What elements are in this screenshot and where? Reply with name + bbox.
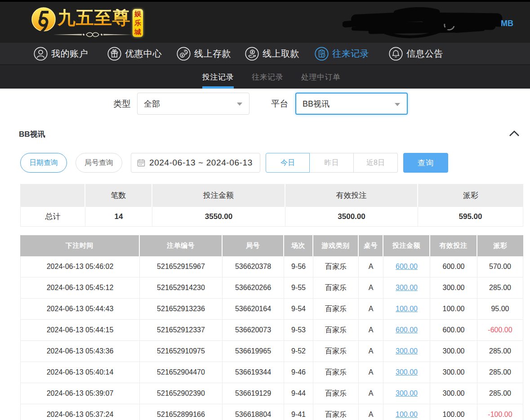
tab-label: 处理中订单 bbox=[301, 72, 341, 82]
cell-bet-amount-link[interactable]: 300.00 bbox=[383, 383, 430, 404]
cell-bet-amount-link[interactable]: 600.00 bbox=[383, 256, 430, 277]
main-content: 类型 全部 平台 BB视讯 BB视讯 日期查询 局号查询 2024-06-13 … bbox=[0, 89, 530, 420]
yesterday-button[interactable]: 昨日 bbox=[310, 153, 354, 173]
round-query-button[interactable]: 局号查询 bbox=[76, 153, 122, 173]
col-round-id: 局号 bbox=[223, 235, 284, 256]
cell-bet-id: 521652910975 bbox=[140, 341, 223, 362]
sub-tabs: 投注记录 往来记录 处理中订单 bbox=[0, 65, 530, 89]
cell-bet-amount-link[interactable]: 300.00 bbox=[383, 277, 430, 299]
cell-game-type: 百家乐 bbox=[313, 341, 359, 362]
tab-transaction-records[interactable]: 往来记录 bbox=[252, 65, 283, 89]
cell-bet-id: 521652902390 bbox=[140, 383, 223, 404]
summary-valid-bet-value: 3500.00 bbox=[285, 207, 418, 227]
cell-bet-amount-link[interactable]: 100.00 bbox=[383, 404, 430, 420]
bet-records-body: 2024-06-13 05:46:02 521652915967 5366203… bbox=[20, 256, 523, 420]
tab-betting-records[interactable]: 投注记录 bbox=[202, 65, 234, 89]
summary-header-bet-amount: 投注金额 bbox=[152, 184, 285, 207]
cell-round-id: 536620164 bbox=[223, 299, 284, 320]
cell-session: 9-53 bbox=[284, 320, 313, 341]
platform-select-value: BB视讯 bbox=[303, 98, 330, 109]
date-query-button[interactable]: 日期查询 bbox=[20, 153, 67, 173]
platform-select[interactable]: BB视讯 bbox=[295, 93, 408, 115]
col-payout: 派彩 bbox=[477, 235, 523, 256]
nav-item-online-deposit[interactable]: 线上存款 bbox=[177, 43, 231, 64]
cell-table-no: A bbox=[359, 362, 383, 383]
cell-round-id: 536620266 bbox=[223, 277, 284, 299]
cell-session: 9-54 bbox=[284, 299, 313, 320]
summary-header-payout: 派彩 bbox=[418, 184, 523, 207]
cell-bet-amount-link[interactable]: 300.00 bbox=[383, 341, 430, 362]
table-row: 2024-06-13 05:37:24 521652899166 5366188… bbox=[20, 404, 523, 420]
brand-title[interactable]: 九五至尊 bbox=[58, 9, 130, 27]
summary-header-count: 笔数 bbox=[85, 184, 152, 207]
cell-game-type: 百家乐 bbox=[313, 299, 359, 320]
yesterday-label: 昨日 bbox=[325, 158, 339, 168]
chevron-down-icon bbox=[395, 103, 400, 106]
cell-valid-bet: 100.00 bbox=[430, 299, 477, 320]
table-row: 2024-06-13 05:43:36 521652910975 5366199… bbox=[20, 341, 523, 362]
cell-table-no: A bbox=[359, 320, 383, 341]
platform-filter-label: 平台 bbox=[271, 98, 289, 110]
last8days-button[interactable]: 近8日 bbox=[354, 153, 398, 173]
cell-session: 9-41 bbox=[284, 404, 313, 420]
cell-bet-amount-link[interactable]: 100.00 bbox=[383, 299, 430, 320]
summary-table-header: 笔数 投注金额 有效投注 派彩 bbox=[20, 184, 523, 207]
summary-total-label: 总计 bbox=[20, 207, 85, 227]
chevron-up-icon[interactable] bbox=[509, 130, 520, 137]
summary-table-row: 总计 14 3550.00 3500.00 595.00 bbox=[20, 207, 523, 227]
today-button[interactable]: 今日 bbox=[266, 153, 310, 173]
today-label: 今日 bbox=[281, 158, 295, 168]
brand-logo-icon[interactable] bbox=[31, 7, 56, 33]
cell-bet-time: 2024-06-13 05:45:12 bbox=[20, 277, 140, 299]
cell-bet-id: 521652915967 bbox=[140, 256, 223, 277]
cell-bet-id: 521652914230 bbox=[140, 277, 223, 299]
search-button[interactable]: 查询 bbox=[403, 153, 448, 173]
cell-payout: 95.00 bbox=[477, 299, 523, 320]
brand-badge-char: 城 bbox=[134, 28, 141, 36]
brand-badge-char: 娱 bbox=[134, 10, 141, 18]
table-row: 2024-06-13 05:45:12 521652914230 5366202… bbox=[20, 277, 523, 299]
cell-game-type: 百家乐 bbox=[313, 362, 359, 383]
cell-game-type: 百家乐 bbox=[313, 256, 359, 277]
table-row: 2024-06-13 05:39:07 521652902390 5366191… bbox=[20, 383, 523, 404]
nav-item-my-account[interactable]: 我的账户 bbox=[34, 43, 88, 64]
col-valid-bet: 有效投注 bbox=[430, 235, 477, 256]
date-range-value: 2024-06-13 ~ 2024-06-13 bbox=[149, 158, 253, 168]
summary-header-valid-bet: 有效投注 bbox=[285, 184, 418, 207]
col-game-type: 游戏类别 bbox=[313, 235, 359, 256]
cell-payout: 285.00 bbox=[477, 362, 523, 383]
cell-session: 9-55 bbox=[284, 277, 313, 299]
cell-game-type: 百家乐 bbox=[313, 320, 359, 341]
site-header: 九五至尊 娱 乐 城 MB bbox=[0, 2, 530, 43]
col-bet-amount: 投注金额 bbox=[383, 235, 430, 256]
cell-round-id: 536619129 bbox=[223, 383, 284, 404]
cell-bet-id: 521652904470 bbox=[140, 362, 223, 383]
bet-records-header: 下注时间 注单编号 局号 场次 游戏类别 桌号 投注金额 有效投注 派彩 bbox=[20, 235, 523, 256]
cell-round-id: 536620378 bbox=[223, 256, 284, 277]
table-row: 2024-06-13 05:40:14 521652904470 5366193… bbox=[20, 362, 523, 383]
cell-bet-amount-link[interactable]: 300.00 bbox=[383, 362, 430, 383]
cell-session: 9-52 bbox=[284, 341, 313, 362]
cell-valid-bet: 600.00 bbox=[430, 256, 477, 277]
cell-valid-bet: 600.00 bbox=[430, 320, 477, 341]
date-query-label: 日期查询 bbox=[29, 158, 58, 168]
date-range-input[interactable]: 2024-06-13 ~ 2024-06-13 bbox=[131, 153, 260, 173]
cell-bet-id: 521652913236 bbox=[140, 299, 223, 320]
type-select[interactable]: 全部 bbox=[137, 93, 249, 115]
deposit-icon bbox=[177, 47, 191, 61]
nav-item-transaction-records[interactable]: 往来记录 bbox=[315, 43, 369, 64]
withdraw-icon bbox=[245, 47, 259, 61]
cell-valid-bet: 300.00 bbox=[430, 362, 477, 383]
cell-table-no: A bbox=[359, 341, 383, 362]
calendar-icon bbox=[137, 159, 145, 167]
nav-label: 线上取款 bbox=[263, 48, 299, 60]
cell-valid-bet: 300.00 bbox=[430, 383, 477, 404]
cell-bet-amount-link[interactable]: 600.00 bbox=[383, 320, 430, 341]
cell-round-id: 536619344 bbox=[223, 362, 284, 383]
tab-processing-orders[interactable]: 处理中订单 bbox=[301, 65, 341, 89]
nav-item-promotions[interactable]: 优惠中心 bbox=[107, 43, 162, 64]
nav-item-announcements[interactable]: 信息公告 bbox=[389, 43, 443, 64]
cell-game-type: 百家乐 bbox=[313, 277, 359, 299]
main-nav: 我的账户 优惠中心 线上存款 线上取款 bbox=[0, 43, 530, 65]
nav-item-online-withdrawal[interactable]: 线上取款 bbox=[245, 43, 299, 64]
